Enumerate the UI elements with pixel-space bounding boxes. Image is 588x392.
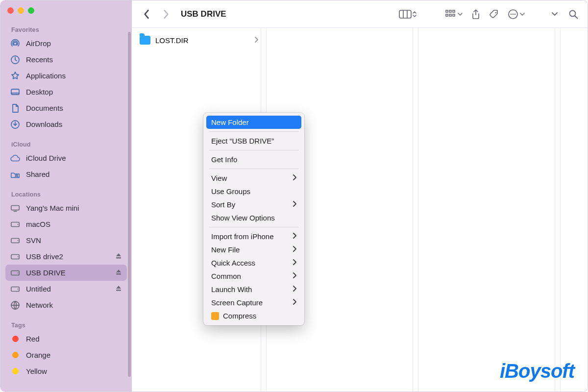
- menu-item-launch-with[interactable]: Launch With: [206, 283, 301, 296]
- sidebar-item-desktop[interactable]: Desktop: [5, 84, 127, 100]
- menu-separator: [209, 227, 298, 227]
- external-icon: [10, 284, 20, 294]
- group-by-button[interactable]: [443, 7, 465, 22]
- menu-item-new-file[interactable]: New File: [206, 243, 301, 256]
- menu-item-label: Get Info: [211, 155, 296, 164]
- sidebar-item-downloads[interactable]: Downloads: [5, 116, 127, 132]
- sidebar-scrollbar[interactable]: [128, 32, 131, 377]
- svg-rect-24: [446, 14, 448, 16]
- sidebar-item-yang-s-mac-mini[interactable]: Yang's Mac mini: [5, 200, 127, 216]
- folder-icon: [140, 36, 150, 45]
- menu-item-show-view-options[interactable]: Show View Options: [206, 211, 301, 224]
- menu-item-label: Launch With: [211, 285, 289, 294]
- sidebar-item-yellow[interactable]: Yellow: [5, 363, 127, 379]
- menu-item-use-groups[interactable]: Use Groups: [206, 185, 301, 198]
- sidebar-item-network[interactable]: Network: [5, 297, 127, 313]
- sidebar-item-label: Red: [26, 335, 122, 343]
- sidebar: FavoritesAirDropRecentsApplicationsDeskt…: [0, 0, 132, 392]
- share-button[interactable]: [468, 7, 483, 22]
- svg-point-27: [495, 12, 497, 13]
- menu-item-eject-usb-drive-[interactable]: Eject “USB DRIVE”: [206, 134, 301, 147]
- menu-item-label: Show View Options: [211, 214, 296, 222]
- chevron-right-icon: [293, 272, 296, 280]
- sidebar-item-usb-drive[interactable]: USB DRIVE: [5, 265, 127, 281]
- menu-item-common[interactable]: Common: [206, 270, 301, 283]
- svg-point-31: [514, 13, 516, 15]
- svg-point-30: [513, 13, 514, 15]
- icloud-drive-icon: [10, 153, 20, 163]
- sidebar-item-untitled[interactable]: Untitled: [5, 281, 127, 297]
- eject-icon[interactable]: [115, 269, 122, 277]
- sidebar-item-documents[interactable]: Documents: [5, 100, 127, 116]
- svg-rect-20: [399, 10, 411, 18]
- sidebar-item-airdrop[interactable]: AirDrop: [5, 35, 127, 51]
- menu-item-label: New Folder: [211, 118, 296, 126]
- close-button[interactable]: [7, 7, 14, 14]
- sidebar-item-label: Orange: [26, 351, 122, 359]
- app-icon: [211, 312, 219, 320]
- menu-item-get-info[interactable]: Get Info: [206, 153, 301, 166]
- downloads-icon: [10, 120, 20, 129]
- menu-item-view[interactable]: View: [206, 172, 301, 185]
- menu-item-label: View: [211, 174, 289, 182]
- sidebar-item-usb-drive2[interactable]: USB drive2: [5, 248, 127, 265]
- sidebar-item-label: Documents: [26, 104, 122, 112]
- chevron-right-icon: [293, 246, 296, 253]
- search-button[interactable]: [566, 7, 581, 22]
- svg-rect-2: [11, 89, 19, 95]
- file-row[interactable]: LOST.DIR: [132, 33, 266, 48]
- sidebar-item-label: Applications: [26, 72, 122, 80]
- column-3[interactable]: [418, 28, 561, 392]
- sidebar-item-shared[interactable]: Shared: [5, 166, 127, 182]
- column-4[interactable]: [561, 28, 588, 392]
- tags-button[interactable]: [487, 7, 502, 22]
- chevron-right-icon: [293, 299, 296, 306]
- sidebar-item-label: SVN: [26, 236, 122, 245]
- file-name: LOST.DIR: [155, 36, 249, 45]
- sidebar-item-recents[interactable]: Recents: [5, 51, 127, 68]
- menu-item-new-folder[interactable]: New Folder: [206, 116, 301, 129]
- eject-icon[interactable]: [115, 252, 122, 261]
- chevron-right-icon: [293, 174, 296, 182]
- svg-point-14: [18, 272, 19, 273]
- back-button[interactable]: [139, 6, 154, 22]
- menu-item-label: Screen Capture: [211, 298, 289, 307]
- zoom-button[interactable]: [28, 7, 34, 14]
- forward-button[interactable]: [158, 6, 174, 22]
- sidebar-item-icloud-drive[interactable]: iCloud Drive: [5, 150, 127, 166]
- menu-item-label: Eject “USB DRIVE”: [211, 137, 296, 145]
- sidebar-item-macos[interactable]: macOS: [5, 216, 127, 232]
- sidebar-item-svn[interactable]: SVN: [5, 232, 127, 248]
- view-columns-button[interactable]: [397, 7, 419, 22]
- menu-item-screen-capture[interactable]: Screen Capture: [206, 296, 301, 309]
- sidebar-item-red[interactable]: Red: [5, 331, 127, 347]
- menu-item-label: Compress: [223, 312, 296, 320]
- chevron-right-icon: [254, 36, 258, 44]
- menu-item-sort-by[interactable]: Sort By: [206, 198, 301, 211]
- eject-icon[interactable]: [115, 285, 122, 293]
- sidebar-item-label: Yellow: [26, 367, 122, 375]
- svg-rect-23: [453, 10, 455, 12]
- sidebar-item-label: Recents: [26, 55, 122, 64]
- overflow-chevron[interactable]: [547, 7, 562, 22]
- svg-rect-18: [116, 290, 121, 291]
- sidebar-section-title: Tags: [5, 313, 127, 331]
- sidebar-item-applications[interactable]: Applications: [5, 68, 127, 84]
- sidebar-item-orange[interactable]: Orange: [5, 347, 127, 363]
- menu-item-compress[interactable]: Compress: [206, 309, 301, 322]
- desktop-icon: [10, 87, 20, 97]
- sidebar-section-title: Favorites: [5, 18, 127, 35]
- minimize-button[interactable]: [18, 7, 24, 14]
- svg-point-17: [18, 289, 19, 290]
- sidebar-item-label: USB DRIVE: [26, 269, 109, 277]
- chevron-right-icon: [293, 233, 296, 240]
- actions-button[interactable]: [506, 7, 527, 22]
- menu-item-import-from-iphone[interactable]: Import from iPhone: [206, 230, 301, 243]
- sidebar-item-label: macOS: [26, 220, 122, 228]
- menu-item-quick-access[interactable]: Quick Access: [206, 256, 301, 270]
- volume-icon: [10, 236, 20, 245]
- computer-icon: [10, 203, 20, 213]
- sidebar-item-label: Downloads: [26, 120, 122, 128]
- svg-rect-5: [11, 205, 19, 210]
- volume-icon: [10, 220, 20, 229]
